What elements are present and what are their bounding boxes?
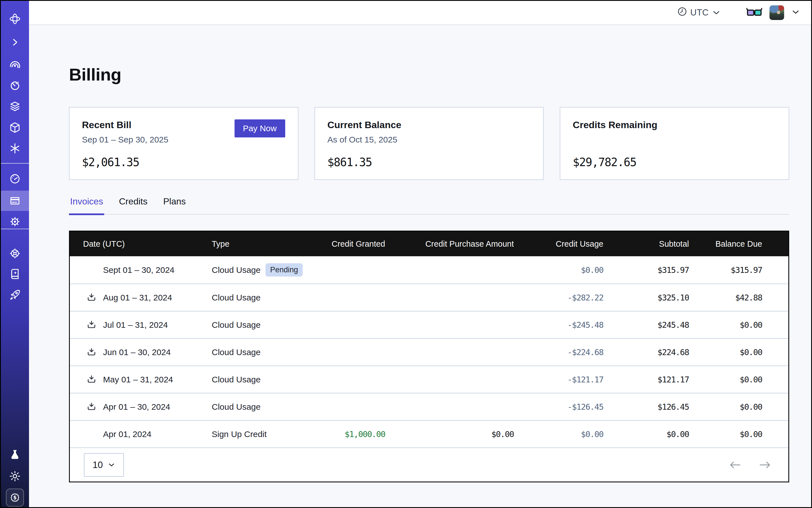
table-row: Aug 01 – 31, 2024Cloud Usage-$282.22$325…: [70, 284, 788, 311]
card-subtitle: As of Oct 15, 2025: [328, 135, 531, 144]
card-amount: $861.35: [328, 156, 531, 169]
sidebar-item-billing[interactable]: [1, 190, 29, 211]
table-row: Apr 01 – 30, 2024Cloud Usage-$126.45$126…: [70, 393, 788, 420]
invoice-type-cell: Cloud Usage: [212, 347, 296, 357]
card-title: Current Balance: [328, 119, 531, 130]
tab-plans[interactable]: Plans: [162, 196, 187, 214]
observe-eye-icon[interactable]: [1, 57, 29, 73]
invoice-date: Jul 01 – 31, 2024: [103, 320, 168, 330]
cube-icon[interactable]: [1, 120, 29, 135]
invoice-date: Aug 01 – 31, 2024: [103, 293, 172, 302]
settings-gear-icon[interactable]: [1, 214, 29, 229]
subtotal-value: $315.97: [603, 265, 689, 275]
credit-granted-value: $1,000.00: [296, 429, 385, 439]
chevron-down-icon: [108, 462, 115, 467]
balance-due-value: $0.00: [689, 320, 788, 330]
invoice-date-cell: Apr 01 – 30, 2024: [70, 401, 212, 413]
invoice-date: May 01 – 31, 2024: [103, 375, 173, 384]
rocket-icon[interactable]: [1, 287, 29, 303]
app-window: $ UTC: [0, 0, 812, 508]
column-header: Type: [212, 239, 296, 249]
invoice-type: Cloud Usage: [212, 402, 260, 412]
balance-due-value: $0.00: [689, 347, 788, 357]
layers-icon[interactable]: [1, 99, 29, 115]
3d-glasses-icon[interactable]: [746, 7, 762, 18]
recent-bill-card: Recent Bill Sep 01 – Sep 30, 2025 $2,061…: [69, 107, 298, 180]
invoice-type-cell: Cloud Usage: [212, 402, 296, 412]
column-header: Balance Due: [689, 239, 788, 249]
credit-usage-value: -$126.45: [514, 402, 603, 412]
table-row: Apr 01, 2024Sign Up Credit$1,000.00$0.00…: [70, 420, 788, 448]
download-invoice-icon[interactable]: [86, 347, 97, 358]
credit-usage-value: -$224.68: [514, 347, 603, 357]
expand-sidebar-chevron-icon[interactable]: [1, 34, 29, 50]
subtotal-value: $224.68: [603, 347, 689, 357]
invoice-date-cell: Jun 01 – 30, 2024: [70, 347, 212, 358]
download-invoice-icon[interactable]: [86, 319, 97, 331]
column-header: Subtotal: [603, 239, 689, 249]
table-row: Jul 01 – 31, 2024Cloud Usage-$245.48$245…: [70, 311, 788, 338]
theme-sun-icon[interactable]: [1, 468, 29, 484]
invoice-type-cell: Cloud Usage: [212, 320, 296, 330]
account-menu-chevron-icon[interactable]: [792, 9, 800, 16]
billing-tabs: InvoicesCreditsPlans: [69, 196, 789, 215]
balance-due-value: $315.97: [689, 265, 788, 275]
invoice-type: Cloud Usage: [212, 320, 260, 330]
invoice-type-cell: Sign Up Credit: [212, 429, 296, 439]
table-footer: 10: [70, 448, 788, 481]
sidebar: $: [1, 1, 29, 507]
invoice-date-cell: May 01 – 31, 2024: [70, 374, 212, 385]
avatar-image[interactable]: [769, 5, 784, 20]
next-page-arrow[interactable]: [759, 460, 771, 469]
clock-icon: [677, 7, 687, 18]
column-header: Credit Granted: [296, 239, 385, 249]
column-header: Credit Usage: [514, 239, 603, 249]
subtotal-value: $325.10: [603, 293, 689, 302]
invoice-type: Cloud Usage: [212, 265, 260, 275]
download-invoice-icon[interactable]: [86, 292, 97, 303]
sidebar-divider: [1, 163, 29, 164]
card-title: Credits Remaining: [573, 119, 776, 130]
credit-usage-value: -$121.17: [514, 375, 603, 384]
helm-wheel-icon[interactable]: [1, 246, 29, 261]
tab-credits[interactable]: Credits: [118, 196, 148, 214]
invoice-type: Cloud Usage: [212, 375, 260, 384]
asterisk-icon[interactable]: [1, 140, 29, 156]
credit-usage-value: -$245.48: [514, 320, 603, 330]
download-invoice-icon[interactable]: [86, 374, 97, 385]
timezone-selector[interactable]: UTC: [677, 7, 721, 18]
logo-icon[interactable]: [1, 11, 29, 27]
timezone-label: UTC: [690, 8, 709, 18]
main-content: Billing Recent Bill Sep 01 – Sep 30, 202…: [29, 26, 811, 507]
tab-invoices[interactable]: Invoices: [69, 196, 104, 214]
table-row: May 01 – 31, 2024Cloud Usage-$121.17$121…: [70, 366, 788, 393]
balance-due-value: $0.00: [689, 375, 788, 384]
card-amount: $2,061.35: [82, 156, 286, 169]
timer-icon[interactable]: [1, 78, 29, 94]
invoice-date: Apr 01 – 30, 2024: [103, 402, 170, 412]
subtotal-value: $126.45: [603, 402, 689, 412]
pay-now-button[interactable]: Pay Now: [234, 119, 285, 137]
download-invoice-icon[interactable]: [86, 401, 97, 413]
column-header: Date (UTC): [70, 239, 212, 249]
credit-usage-value: $0.00: [514, 429, 603, 439]
credit-usage-value: -$282.22: [514, 293, 603, 302]
page-size-select[interactable]: 10: [84, 453, 124, 477]
column-header: Credit Purchase Amount: [385, 239, 514, 249]
pending-status-badge: Pending: [265, 263, 302, 277]
dashboard-gauge-icon[interactable]: [1, 171, 29, 187]
labs-flask-icon[interactable]: [1, 447, 29, 463]
balance-due-value: $0.00: [689, 402, 788, 412]
download-placeholder: [86, 264, 97, 276]
table-header-row: Date (UTC)TypeCredit GrantedCredit Purch…: [70, 231, 788, 256]
credits-dollar-badge-button[interactable]: $: [6, 489, 24, 507]
docs-book-icon[interactable]: [1, 266, 29, 282]
previous-page-arrow[interactable]: [729, 460, 741, 469]
current-balance-card: Current Balance As of Oct 15, 2025 $861.…: [314, 107, 544, 180]
svg-text:$: $: [13, 495, 16, 500]
invoice-date: Apr 01, 2024: [103, 429, 152, 439]
invoice-date: Sept 01 – 30, 2024: [103, 265, 175, 275]
invoices-table: Date (UTC)TypeCredit GrantedCredit Purch…: [69, 230, 789, 482]
invoice-rows: Sept 01 – 30, 2024Cloud UsagePending$0.0…: [70, 256, 788, 448]
card-amount: $29,782.65: [573, 156, 776, 169]
